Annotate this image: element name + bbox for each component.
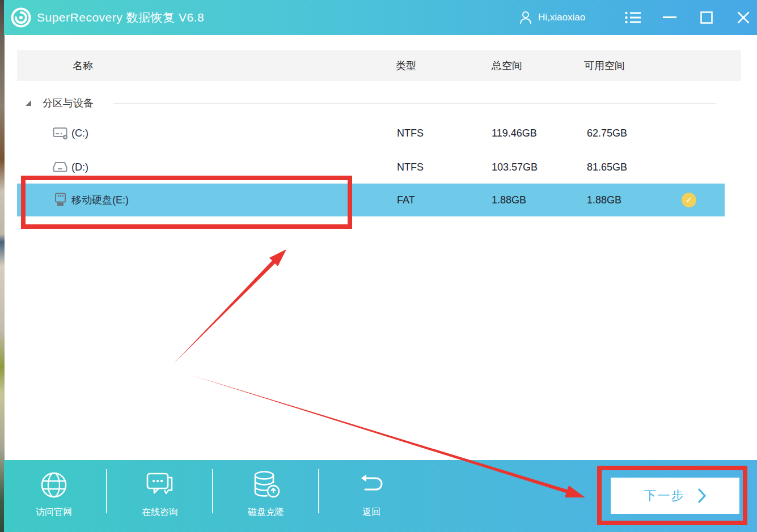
toolbar-item-label: 返回	[362, 507, 380, 518]
drive-total: 1.88GB	[492, 184, 526, 216]
maximize-button[interactable]	[692, 0, 721, 35]
drive-type: FAT	[397, 184, 415, 216]
bottom-toolbar: 访问官网 在线咨询	[4, 460, 757, 532]
toolbar-item-label: 在线咨询	[142, 507, 178, 518]
drive-name: 移动硬盘(E:)	[71, 184, 129, 216]
tree-group-partitions[interactable]: 分区与设备	[0, 91, 757, 116]
drive-total: 119.46GB	[492, 117, 537, 150]
desktop-background-strip	[0, 0, 5, 532]
app-window: SuperRecovery 数据恢复 V6.8 Hi,xiaoxiao	[0, 0, 757, 532]
table-row-drive-d[interactable]: (D:) NTFS 103.57GB 81.65GB	[0, 151, 757, 184]
drive-total: 103.57GB	[492, 151, 538, 184]
column-header-total: 总空间	[492, 50, 522, 81]
toolbar-item-label: 访问官网	[36, 507, 72, 518]
menu-button[interactable]	[618, 0, 648, 35]
disk-clone-button[interactable]: 磁盘克隆	[223, 470, 308, 527]
removable-drive-icon	[53, 193, 69, 207]
selected-check-icon: ✓	[682, 193, 696, 207]
drive-name: (D:)	[71, 151, 88, 184]
globe-icon	[39, 470, 69, 500]
user-account[interactable]: Hi,xiaoxiao	[519, 0, 585, 35]
back-button[interactable]: 返回	[329, 470, 414, 527]
drive-type: NTFS	[397, 151, 424, 184]
table-row-drive-c[interactable]: (C:) NTFS 119.46GB 62.75GB	[0, 117, 757, 150]
toolbar-divider	[106, 469, 107, 513]
app-logo-icon	[11, 7, 31, 28]
toolbar-divider	[318, 469, 319, 513]
titlebar: SuperRecovery 数据恢复 V6.8 Hi,xiaoxiao	[4, 0, 757, 35]
tree-group-label: 分区与设备	[43, 91, 94, 116]
drive-free: 81.65GB	[587, 151, 627, 184]
user-icon	[519, 10, 532, 25]
drive-free: 1.88GB	[587, 184, 621, 216]
chevron-right-icon	[697, 488, 707, 503]
tree-expand-caret-icon[interactable]	[26, 100, 31, 106]
column-header-free: 可用空间	[584, 50, 625, 81]
app-title: SuperRecovery 数据恢复 V6.8	[37, 0, 204, 35]
online-support-button[interactable]: 在线咨询	[117, 470, 202, 527]
drive-type: NTFS	[397, 117, 424, 150]
disk-clone-icon	[251, 470, 281, 500]
local-drive-icon	[53, 160, 69, 175]
table-header: 名称 类型 总空间 可用空间	[17, 50, 741, 81]
next-step-label: 下一步	[644, 487, 685, 504]
column-header-type: 类型	[396, 50, 416, 81]
drive-free: 62.75GB	[587, 117, 627, 150]
minimize-button[interactable]	[655, 0, 684, 35]
table-row-drive-e-selected[interactable]: 移动硬盘(E:) FAT 1.88GB 1.88GB ✓	[0, 184, 757, 216]
next-step-button[interactable]: 下一步	[611, 478, 739, 514]
user-greeting: Hi,xiaoxiao	[538, 12, 585, 23]
back-arrow-icon	[357, 470, 386, 500]
toolbar-divider	[212, 469, 213, 513]
visit-website-button[interactable]: 访问官网	[11, 470, 96, 527]
drive-name: (C:)	[71, 117, 88, 150]
system-drive-icon	[53, 126, 69, 141]
toolbar-item-label: 磁盘克隆	[248, 507, 284, 518]
group-divider-line	[113, 103, 716, 104]
column-header-name: 名称	[73, 50, 93, 81]
chat-icon	[145, 470, 175, 500]
close-button[interactable]	[729, 0, 757, 35]
